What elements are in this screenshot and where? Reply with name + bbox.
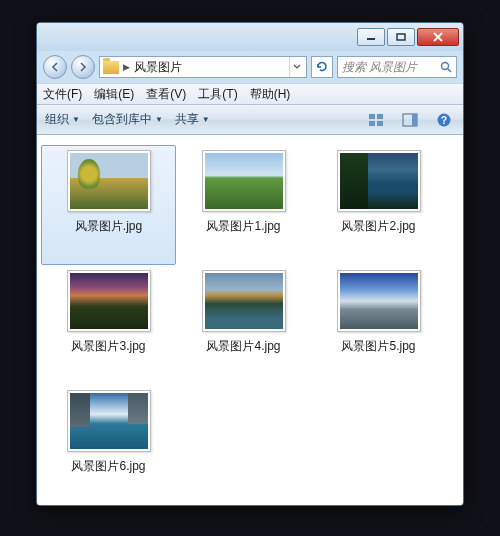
folder-icon bbox=[103, 61, 119, 74]
breadcrumb[interactable]: 风景图片 bbox=[134, 59, 182, 76]
thumbnail bbox=[202, 150, 286, 212]
address-dropdown[interactable] bbox=[289, 57, 303, 77]
thumbnail-image bbox=[70, 153, 148, 209]
thumbnail-image bbox=[70, 273, 148, 329]
menu-help[interactable]: 帮助(H) bbox=[250, 86, 291, 103]
chevron-down-icon: ▼ bbox=[202, 115, 210, 124]
share-label: 共享 bbox=[175, 111, 199, 128]
svg-text:?: ? bbox=[441, 115, 447, 126]
maximize-icon bbox=[396, 33, 406, 41]
chevron-down-icon bbox=[293, 64, 301, 70]
file-label: 风景图片1.jpg bbox=[206, 218, 280, 235]
address-bar[interactable]: ▶ 风景图片 bbox=[99, 56, 307, 78]
thumbnail-image bbox=[205, 153, 283, 209]
menu-file[interactable]: 文件(F) bbox=[43, 86, 82, 103]
thumbnail bbox=[202, 270, 286, 332]
forward-button[interactable] bbox=[71, 55, 95, 79]
breadcrumb-separator-icon: ▶ bbox=[123, 62, 130, 72]
arrow-left-icon bbox=[50, 62, 60, 72]
include-in-library-button[interactable]: 包含到库中 ▼ bbox=[92, 111, 163, 128]
back-button[interactable] bbox=[43, 55, 67, 79]
thumbnail-image bbox=[340, 153, 418, 209]
file-item[interactable]: 风景图片1.jpg bbox=[176, 145, 311, 265]
search-icon bbox=[440, 61, 452, 73]
menu-view[interactable]: 查看(V) bbox=[146, 86, 186, 103]
file-item[interactable]: 风景图片.jpg bbox=[41, 145, 176, 265]
change-view-button[interactable] bbox=[365, 110, 387, 130]
thumbnail-image bbox=[70, 393, 148, 449]
refresh-button[interactable] bbox=[311, 56, 333, 78]
file-label: 风景图片5.jpg bbox=[341, 338, 415, 355]
svg-rect-9 bbox=[412, 114, 417, 126]
menu-tools[interactable]: 工具(T) bbox=[198, 86, 237, 103]
thumbnail bbox=[67, 150, 151, 212]
file-label: 风景图片2.jpg bbox=[341, 218, 415, 235]
file-item[interactable]: 风景图片2.jpg bbox=[311, 145, 446, 265]
organize-label: 组织 bbox=[45, 111, 69, 128]
content-area[interactable]: 风景图片.jpg风景图片1.jpg风景图片2.jpg风景图片3.jpg风景图片4… bbox=[37, 135, 463, 505]
svg-rect-7 bbox=[377, 121, 383, 126]
thumbnail bbox=[67, 390, 151, 452]
toolbar: 组织 ▼ 包含到库中 ▼ 共享 ▼ ? bbox=[37, 105, 463, 135]
svg-rect-5 bbox=[377, 114, 383, 119]
thumbnail-image bbox=[205, 273, 283, 329]
help-icon: ? bbox=[436, 112, 452, 128]
thumbnail bbox=[337, 270, 421, 332]
file-item[interactable]: 风景图片6.jpg bbox=[41, 385, 176, 505]
svg-rect-0 bbox=[367, 38, 375, 40]
thumbnail-image bbox=[340, 273, 418, 329]
svg-line-3 bbox=[448, 69, 451, 72]
svg-point-2 bbox=[442, 63, 449, 70]
file-item[interactable]: 风景图片4.jpg bbox=[176, 265, 311, 385]
search-placeholder: 搜索 风景图片 bbox=[342, 59, 417, 76]
share-button[interactable]: 共享 ▼ bbox=[175, 111, 210, 128]
minimize-icon bbox=[366, 33, 376, 41]
file-label: 风景图片.jpg bbox=[75, 218, 142, 235]
menu-edit[interactable]: 编辑(E) bbox=[94, 86, 134, 103]
menubar: 文件(F) 编辑(E) 查看(V) 工具(T) 帮助(H) bbox=[37, 83, 463, 105]
items-grid: 风景图片.jpg风景图片1.jpg风景图片2.jpg风景图片3.jpg风景图片4… bbox=[41, 145, 459, 505]
file-item[interactable]: 风景图片5.jpg bbox=[311, 265, 446, 385]
explorer-window: ▶ 风景图片 搜索 风景图片 文件(F) 编辑(E) 查看(V) 工具(T) 帮… bbox=[36, 22, 464, 506]
svg-rect-1 bbox=[397, 34, 405, 40]
thumbnail bbox=[337, 150, 421, 212]
view-icon bbox=[368, 113, 384, 127]
svg-rect-6 bbox=[369, 121, 375, 126]
organize-button[interactable]: 组织 ▼ bbox=[45, 111, 80, 128]
svg-rect-4 bbox=[369, 114, 375, 119]
preview-pane-icon bbox=[402, 113, 418, 127]
navbar: ▶ 风景图片 搜索 风景图片 bbox=[37, 51, 463, 83]
chevron-down-icon: ▼ bbox=[155, 115, 163, 124]
close-icon bbox=[432, 32, 444, 42]
help-button[interactable]: ? bbox=[433, 110, 455, 130]
minimize-button[interactable] bbox=[357, 28, 385, 46]
maximize-button[interactable] bbox=[387, 28, 415, 46]
file-label: 风景图片3.jpg bbox=[71, 338, 145, 355]
thumbnail bbox=[67, 270, 151, 332]
file-label: 风景图片6.jpg bbox=[71, 458, 145, 475]
arrow-right-icon bbox=[78, 62, 88, 72]
refresh-icon bbox=[315, 60, 329, 74]
search-input[interactable]: 搜索 风景图片 bbox=[337, 56, 457, 78]
titlebar bbox=[37, 23, 463, 51]
chevron-down-icon: ▼ bbox=[72, 115, 80, 124]
close-button[interactable] bbox=[417, 28, 459, 46]
preview-pane-button[interactable] bbox=[399, 110, 421, 130]
file-label: 风景图片4.jpg bbox=[206, 338, 280, 355]
file-item[interactable]: 风景图片3.jpg bbox=[41, 265, 176, 385]
include-label: 包含到库中 bbox=[92, 111, 152, 128]
